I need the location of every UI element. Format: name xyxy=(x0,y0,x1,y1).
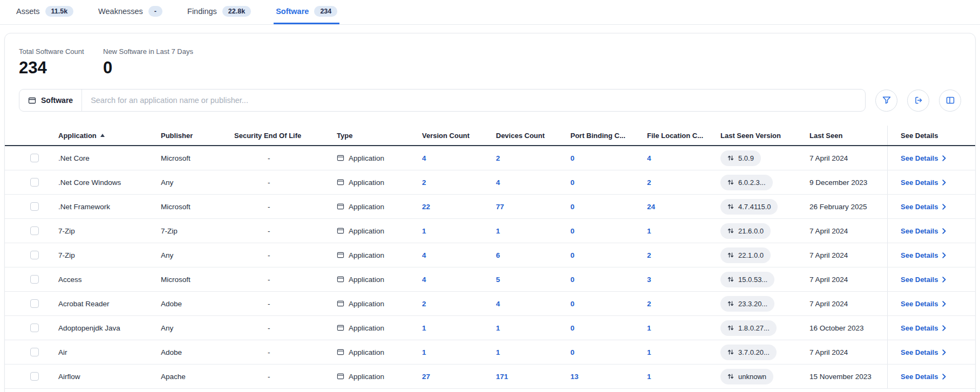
type-cell: Application xyxy=(337,276,422,284)
row-checkbox[interactable] xyxy=(30,154,39,162)
port-binding-count-link[interactable]: 0 xyxy=(570,203,647,211)
row-checkbox[interactable] xyxy=(30,275,39,284)
see-details-link[interactable]: See Details xyxy=(901,324,946,332)
port-binding-count-link[interactable]: 0 xyxy=(570,324,647,332)
row-checkbox[interactable] xyxy=(30,178,39,187)
version-count-link[interactable]: 4 xyxy=(422,276,496,284)
see-details-link[interactable]: See Details xyxy=(901,154,946,162)
port-binding-count-link[interactable]: 0 xyxy=(570,276,647,284)
see-details-link[interactable]: See Details xyxy=(901,251,946,259)
column-header-eol[interactable]: Security End Of Life xyxy=(234,132,337,140)
port-binding-count-link[interactable]: 0 xyxy=(570,348,647,356)
row-checkbox[interactable] xyxy=(30,324,39,332)
export-button[interactable] xyxy=(907,90,929,112)
port-binding-count-link[interactable]: 13 xyxy=(570,373,647,381)
row-checkbox[interactable] xyxy=(30,372,39,381)
publisher-cell: Any xyxy=(161,251,234,259)
file-location-count-link[interactable]: 2 xyxy=(647,300,720,308)
file-location-count-link[interactable]: 24 xyxy=(647,203,720,211)
version-count-link[interactable]: 22 xyxy=(422,203,496,211)
version-label: 3.7.0.20... xyxy=(738,348,770,356)
application-cell: Air xyxy=(58,348,161,356)
tab-software[interactable]: Software 234 xyxy=(274,0,339,24)
see-details-link[interactable]: See Details xyxy=(901,348,946,356)
see-details-link[interactable]: See Details xyxy=(901,373,946,381)
devices-count-link[interactable]: 4 xyxy=(496,300,570,308)
version-count-link[interactable]: 1 xyxy=(422,324,496,332)
column-header-last-seen[interactable]: Last Seen xyxy=(809,132,887,140)
file-location-count-link[interactable]: 2 xyxy=(647,251,720,259)
tab-weaknesses[interactable]: Weaknesses - xyxy=(96,0,165,24)
column-header-version-count[interactable]: Version Count xyxy=(422,132,496,140)
columns-button[interactable] xyxy=(939,90,961,112)
version-label: 5.0.9 xyxy=(738,154,754,162)
port-binding-count-link[interactable]: 0 xyxy=(570,178,647,187)
type-label: Application xyxy=(349,178,384,187)
eol-cell: - xyxy=(234,203,337,211)
search-input[interactable] xyxy=(82,96,865,105)
file-location-count-link[interactable]: 3 xyxy=(647,276,720,284)
version-count-link[interactable]: 2 xyxy=(422,178,496,187)
see-details-link[interactable]: See Details xyxy=(901,300,946,308)
file-location-count-link[interactable]: 1 xyxy=(647,373,720,381)
chevron-right-icon xyxy=(942,325,946,331)
column-header-file-location[interactable]: File Location C... xyxy=(647,132,720,140)
port-binding-count-link[interactable]: 0 xyxy=(570,154,647,162)
version-count-link[interactable]: 4 xyxy=(422,154,496,162)
tab-assets[interactable]: Assets 11.5k xyxy=(14,0,76,24)
file-location-count-link[interactable]: 4 xyxy=(647,154,720,162)
devices-count-link[interactable]: 1 xyxy=(496,227,570,235)
port-binding-count-link[interactable]: 0 xyxy=(570,227,647,235)
devices-count-link[interactable]: 1 xyxy=(496,348,570,356)
last-seen-cell: 7 April 2024 xyxy=(809,154,887,162)
type-label: Application xyxy=(349,276,384,284)
see-details-link[interactable]: See Details xyxy=(901,276,946,284)
row-checkbox[interactable] xyxy=(30,226,39,235)
devices-count-link[interactable]: 171 xyxy=(496,373,570,381)
column-header-last-seen-version[interactable]: Last Seen Version xyxy=(720,132,809,140)
version-sort-icon xyxy=(727,203,734,210)
row-checkbox[interactable] xyxy=(30,299,39,308)
file-location-count-link[interactable]: 1 xyxy=(647,348,720,356)
port-binding-count-link[interactable]: 0 xyxy=(570,300,647,308)
row-checkbox[interactable] xyxy=(30,202,39,211)
type-cell: Application xyxy=(337,324,422,332)
see-details-cell: See Details xyxy=(887,292,975,315)
see-details-cell: See Details xyxy=(887,340,975,364)
see-details-link[interactable]: See Details xyxy=(901,227,946,235)
column-header-publisher[interactable]: Publisher xyxy=(161,132,234,140)
chevron-right-icon xyxy=(942,252,946,258)
version-label: 1.8.0.27... xyxy=(738,324,770,332)
row-checkbox[interactable] xyxy=(30,251,39,259)
version-count-link[interactable]: 1 xyxy=(422,348,496,356)
devices-count-link[interactable]: 5 xyxy=(496,276,570,284)
devices-count-link[interactable]: 2 xyxy=(496,154,570,162)
column-header-application[interactable]: Application xyxy=(58,132,161,140)
column-header-port-binding[interactable]: Port Binding C... xyxy=(570,132,647,140)
row-checkbox[interactable] xyxy=(30,348,39,356)
devices-count-link[interactable]: 4 xyxy=(496,178,570,187)
file-location-count-link[interactable]: 2 xyxy=(647,178,720,187)
version-count-link[interactable]: 1 xyxy=(422,227,496,235)
column-header-type[interactable]: Type xyxy=(337,132,422,140)
see-details-link[interactable]: See Details xyxy=(901,203,946,211)
filter-button[interactable] xyxy=(875,90,897,112)
devices-count-link[interactable]: 1 xyxy=(496,324,570,332)
version-count-link[interactable]: 27 xyxy=(422,373,496,381)
port-binding-count-link[interactable]: 0 xyxy=(570,251,647,259)
devices-count-link[interactable]: 6 xyxy=(496,251,570,259)
table-row: .Net Core Windows Any - Application 2 4 … xyxy=(5,170,975,195)
column-header-devices-count[interactable]: Devices Count xyxy=(496,132,570,140)
version-pill: 1.8.0.27... xyxy=(720,320,777,336)
file-location-count-link[interactable]: 1 xyxy=(647,227,720,235)
devices-count-link[interactable]: 77 xyxy=(496,203,570,211)
search-scope-selector[interactable]: Software xyxy=(19,90,82,111)
tab-findings[interactable]: Findings 22.8k xyxy=(185,0,253,24)
table-row: Adoptopenjdk Java Any - Application 1 1 … xyxy=(5,316,975,340)
table-row: Access Microsoft - Application 4 5 0 3 xyxy=(5,267,975,292)
file-location-count-link[interactable]: 1 xyxy=(647,324,720,332)
last-seen-cell: 7 April 2024 xyxy=(809,227,887,235)
version-count-link[interactable]: 4 xyxy=(422,251,496,259)
version-count-link[interactable]: 2 xyxy=(422,300,496,308)
see-details-link[interactable]: See Details xyxy=(901,178,946,187)
